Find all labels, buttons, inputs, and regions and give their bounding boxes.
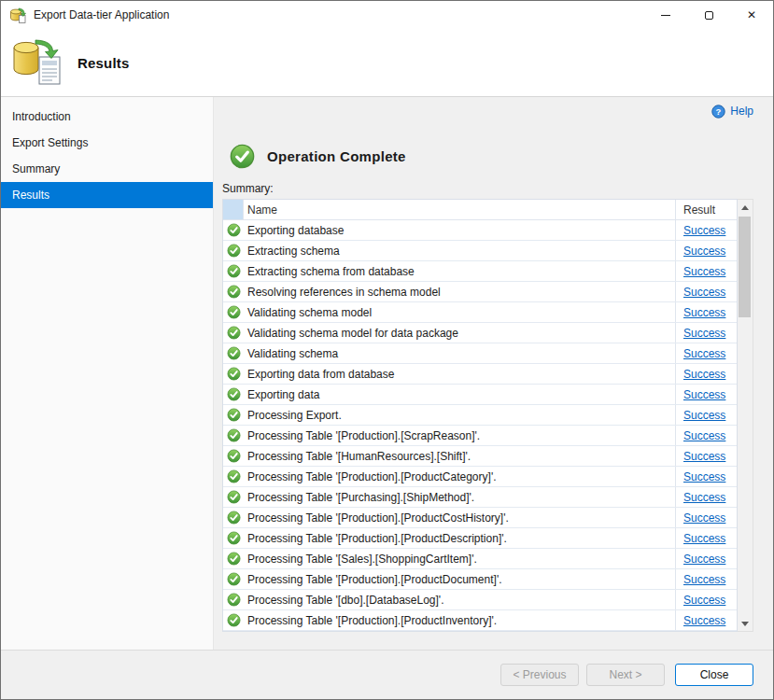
row-name: Processing Table '[Production].[ProductD…	[244, 528, 675, 548]
operation-success-icon	[230, 144, 255, 169]
row-name: Exporting data from database	[244, 364, 675, 384]
result-link[interactable]: Success	[683, 224, 725, 237]
scroll-up-icon	[741, 205, 749, 210]
window-controls: ✕	[644, 1, 773, 29]
table-row[interactable]: Exporting data from database Success	[223, 364, 737, 385]
table-row[interactable]: Extracting schema Success	[223, 241, 737, 261]
row-name: Processing Table '[dbo].[DatabaseLog]'.	[244, 590, 675, 609]
sidebar-item-introduction[interactable]: Introduction	[1, 104, 213, 130]
result-link[interactable]: Success	[683, 265, 725, 278]
row-name: Processing Export.	[244, 405, 675, 425]
sidebar-item-export-settings[interactable]: Export Settings	[1, 130, 213, 156]
table-row[interactable]: Processing Table '[Production].[ProductI…	[223, 610, 737, 631]
result-link[interactable]: Success	[683, 347, 725, 360]
table-wrap: Name Result	[222, 199, 753, 632]
scroll-down-button[interactable]	[738, 616, 753, 631]
table-scrollbar[interactable]	[738, 199, 753, 632]
table-row[interactable]: Processing Table '[Production].[ProductD…	[223, 569, 737, 590]
maximize-button[interactable]	[687, 1, 730, 29]
name-column-header[interactable]: Name	[244, 200, 675, 219]
row-name: Resolving references in schema model	[244, 282, 675, 301]
scrollbar-thumb[interactable]	[739, 217, 751, 317]
scrollbar-track[interactable]	[738, 215, 753, 616]
scroll-down-icon	[741, 622, 749, 626]
result-link[interactable]: Success	[683, 388, 725, 401]
result-link[interactable]: Success	[683, 368, 725, 381]
main-panel: ? Help Operation Complete Summary:	[214, 97, 773, 650]
table-row[interactable]: Validating schema model Success	[223, 302, 737, 323]
success-check-icon	[227, 490, 241, 504]
table-row[interactable]: Validating schema model for data package…	[223, 323, 737, 343]
row-name: Processing Table '[Purchasing].[ShipMeth…	[244, 487, 675, 507]
result-column-header[interactable]: Result	[675, 200, 737, 219]
success-check-icon	[227, 572, 241, 586]
wizard-header: Results	[1, 29, 773, 97]
summary-label: Summary:	[222, 182, 753, 195]
table-row[interactable]: Processing Table '[Production].[ScrapRea…	[223, 426, 737, 446]
success-check-icon	[227, 387, 241, 401]
table-row[interactable]: Processing Table '[Sales].[ShoppingCartI…	[223, 549, 737, 569]
table-row[interactable]: Resolving references in schema model Suc…	[223, 282, 737, 302]
next-button[interactable]: Next >	[586, 664, 665, 686]
result-link[interactable]: Success	[683, 286, 725, 299]
row-name: Validating schema model	[244, 302, 675, 322]
row-name: Exporting database	[244, 220, 675, 240]
result-link[interactable]: Success	[683, 553, 725, 566]
table-row[interactable]: Validating schema Success	[223, 343, 737, 364]
table-row[interactable]: Processing Table '[dbo].[DatabaseLog]'. …	[223, 590, 737, 610]
result-link[interactable]: Success	[683, 327, 725, 340]
table-row[interactable]: Processing Table '[Production].[ProductD…	[223, 528, 737, 549]
success-check-icon	[227, 326, 241, 340]
help-link[interactable]: ? Help	[711, 103, 753, 119]
success-check-icon	[227, 223, 241, 237]
close-window-button[interactable]: ✕	[730, 1, 773, 29]
table-body: Exporting database Success	[223, 220, 737, 631]
row-name: Processing Table '[HumanResources].[Shif…	[244, 446, 675, 466]
maximize-icon	[705, 11, 713, 20]
sidebar-item-summary[interactable]: Summary	[1, 156, 213, 182]
table-row[interactable]: Processing Export. Success	[223, 405, 737, 426]
result-link[interactable]: Success	[683, 429, 725, 442]
export-dac-icon	[10, 38, 63, 87]
content-row: Introduction Export Settings Summary Res…	[1, 97, 773, 650]
table-row[interactable]: Exporting data Success	[223, 385, 737, 405]
success-check-icon	[227, 469, 241, 483]
result-link[interactable]: Success	[683, 532, 725, 545]
result-link[interactable]: Success	[683, 306, 725, 319]
result-link[interactable]: Success	[683, 573, 725, 586]
minimize-button[interactable]	[644, 1, 687, 29]
result-link[interactable]: Success	[683, 450, 725, 463]
table-row[interactable]: Processing Table '[HumanResources].[Shif…	[223, 446, 737, 467]
success-check-icon	[227, 593, 241, 607]
success-check-icon	[227, 367, 241, 381]
success-check-icon	[227, 285, 241, 299]
result-link[interactable]: Success	[683, 594, 725, 607]
close-button[interactable]: Close	[675, 664, 753, 686]
help-row: ? Help	[222, 103, 753, 119]
table-row[interactable]: Extracting schema from database Success	[223, 261, 737, 282]
result-link[interactable]: Success	[683, 511, 725, 525]
result-link[interactable]: Success	[683, 491, 725, 504]
result-link[interactable]: Success	[683, 245, 725, 258]
app-icon	[9, 7, 26, 23]
minimize-icon	[661, 15, 670, 16]
row-name: Processing Table '[Production].[ScrapRea…	[244, 426, 675, 445]
help-icon: ?	[711, 105, 725, 119]
success-check-icon	[227, 613, 241, 627]
row-name: Processing Table '[Production].[ProductD…	[244, 569, 675, 589]
result-link[interactable]: Success	[683, 470, 725, 483]
window-title: Export Data-tier Application	[34, 8, 169, 21]
sidebar-item-results[interactable]: Results	[1, 182, 213, 208]
table-row[interactable]: Processing Table '[Purchasing].[ShipMeth…	[223, 487, 737, 508]
previous-button[interactable]: < Previous	[500, 664, 579, 686]
icon-column-header	[223, 200, 244, 219]
status-row: Operation Complete	[230, 144, 753, 169]
result-link[interactable]: Success	[683, 409, 725, 422]
results-table: Name Result	[222, 199, 738, 632]
table-row[interactable]: Exporting database Success	[223, 220, 737, 241]
row-name: Validating schema model for data package	[244, 323, 675, 343]
table-row[interactable]: Processing Table '[Production].[ProductC…	[223, 467, 737, 487]
result-link[interactable]: Success	[683, 614, 725, 627]
scroll-up-button[interactable]	[738, 200, 753, 215]
table-row[interactable]: Processing Table '[Production].[ProductC…	[223, 508, 737, 528]
